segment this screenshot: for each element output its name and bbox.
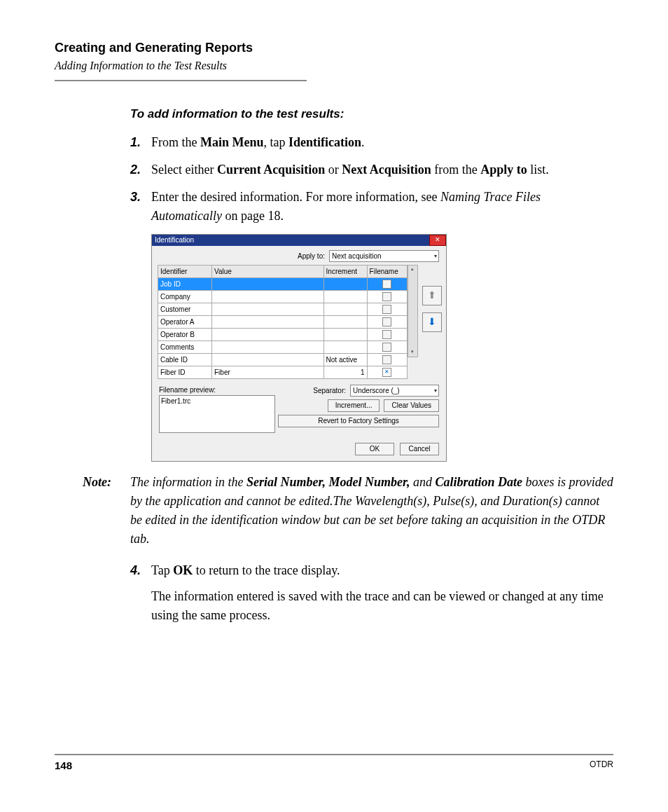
checkbox[interactable] bbox=[382, 317, 391, 326]
col-value: Value bbox=[212, 265, 324, 277]
step-number: 4. bbox=[130, 561, 151, 625]
move-up-button[interactable]: ⬆ bbox=[422, 286, 442, 305]
step-text: From the Main Menu, tap Identification. bbox=[151, 133, 613, 152]
chapter-title: Creating and Generating Reports bbox=[55, 41, 613, 55]
procedure-heading: To add information to the test results: bbox=[130, 105, 613, 123]
table-row[interactable]: Operator A bbox=[158, 315, 408, 328]
col-identifier: Identifier bbox=[158, 265, 212, 277]
step-number: 2. bbox=[130, 160, 151, 179]
dialog-titlebar: Identification ✕ bbox=[152, 235, 446, 246]
separator-label: Separator: bbox=[313, 385, 346, 396]
table-row[interactable]: Job ID bbox=[158, 277, 408, 290]
product-name: OTDR bbox=[590, 759, 613, 771]
checkbox[interactable] bbox=[382, 355, 391, 364]
identifier-table[interactable]: Identifier Value Increment Filename Job … bbox=[158, 265, 408, 379]
scrollbar[interactable]: ▴ ▾ bbox=[408, 265, 418, 357]
step-number: 3. bbox=[130, 188, 151, 226]
checkbox[interactable] bbox=[382, 292, 391, 301]
note-label: Note: bbox=[83, 473, 130, 549]
note-text: The information in the Serial Number, Mo… bbox=[130, 473, 613, 549]
ok-button[interactable]: OK bbox=[355, 443, 394, 455]
checkbox[interactable] bbox=[382, 280, 391, 289]
apply-to-select[interactable]: Next acquisition bbox=[329, 250, 439, 262]
table-row[interactable]: Operator B bbox=[158, 328, 408, 340]
revert-factory-button[interactable]: Revert to Factory Settings bbox=[278, 415, 439, 427]
step-text: Tap OK to return to the trace display. T… bbox=[151, 561, 613, 625]
checkbox[interactable] bbox=[382, 330, 391, 339]
cancel-button[interactable]: Cancel bbox=[400, 443, 439, 455]
step-text: Select either Current Acquisition or Nex… bbox=[151, 160, 613, 179]
table-row[interactable]: Fiber IDFiber1 bbox=[158, 366, 408, 378]
section-subtitle: Adding Information to the Test Results bbox=[55, 60, 613, 72]
filename-preview bbox=[159, 395, 275, 433]
header-rule bbox=[55, 80, 307, 81]
table-row[interactable]: Cable IDNot active bbox=[158, 353, 408, 366]
checkbox[interactable] bbox=[382, 305, 391, 314]
col-filename: Filename bbox=[367, 265, 407, 277]
step-text: Enter the desired information. For more … bbox=[151, 188, 613, 226]
table-row[interactable]: Customer bbox=[158, 303, 408, 315]
move-down-button[interactable]: ⬇ bbox=[422, 312, 442, 332]
scroll-down-icon[interactable]: ▾ bbox=[408, 348, 417, 357]
dialog-title: Identification bbox=[152, 235, 197, 245]
step-number: 1. bbox=[130, 133, 151, 152]
page-number: 148 bbox=[55, 759, 72, 771]
table-row[interactable]: Company bbox=[158, 290, 408, 303]
apply-to-label: Apply to: bbox=[298, 251, 325, 261]
close-icon[interactable]: ✕ bbox=[429, 235, 446, 246]
checkbox[interactable] bbox=[382, 343, 391, 352]
clear-values-button[interactable]: Clear Values bbox=[384, 399, 439, 412]
identification-dialog: Identification ✕ Apply to: Next acquisit… bbox=[151, 234, 447, 462]
separator-select[interactable]: Underscore (_) bbox=[350, 385, 439, 397]
scroll-up-icon[interactable]: ▴ bbox=[408, 266, 417, 274]
increment-button[interactable]: Increment... bbox=[328, 399, 380, 412]
table-row[interactable]: Comments bbox=[158, 340, 408, 353]
col-increment: Increment bbox=[323, 265, 367, 277]
filename-preview-label: Filename preview: bbox=[159, 385, 271, 395]
checkbox[interactable] bbox=[382, 368, 391, 377]
